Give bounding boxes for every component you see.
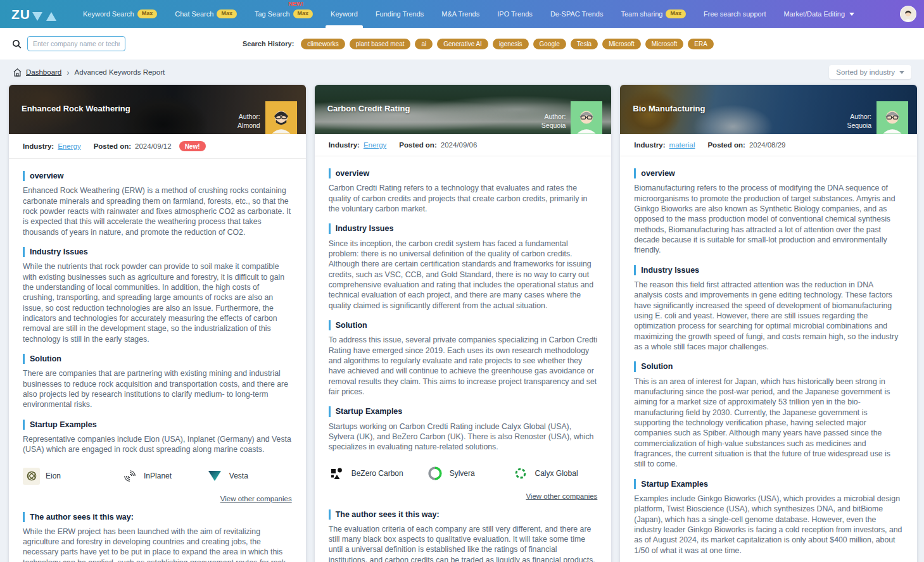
author-name: Sequoia bbox=[541, 121, 566, 130]
startup-examples-text: Examples include Ginkgo Bioworks (USA), … bbox=[634, 494, 903, 556]
search-history-label: Search History: bbox=[243, 40, 294, 47]
search-icon bbox=[11, 39, 22, 49]
industry-issues-heading: Industry Issues bbox=[634, 265, 903, 275]
user-avatar[interactable] bbox=[900, 6, 916, 22]
industry-issues-text: Since its inception, the carbon credit s… bbox=[329, 239, 598, 311]
chevron-down-icon bbox=[899, 71, 904, 74]
view-other-companies-link[interactable]: View other companies bbox=[23, 495, 292, 503]
company-name: Sylvera bbox=[450, 469, 475, 478]
nav-keyword-search[interactable]: Keyword Search Max bbox=[83, 0, 157, 28]
industry-link[interactable]: Energy bbox=[58, 142, 80, 150]
nav-label: Funding Trends bbox=[376, 10, 424, 18]
posted-date: 2024/09/06 bbox=[441, 141, 478, 149]
card-meta: Industry: Energy Posted on: 2024/09/12 N… bbox=[9, 134, 306, 159]
posted-label: Posted on: bbox=[399, 141, 436, 149]
overview-text: Enhanced Rock Weathering (ERW) is a meth… bbox=[23, 185, 292, 237]
history-tag[interactable]: igenesis bbox=[493, 39, 529, 49]
nav-team-sharing[interactable]: Team sharing Max bbox=[621, 0, 686, 28]
history-tag[interactable]: Tesla bbox=[571, 39, 598, 49]
history-tag[interactable]: climeworks bbox=[301, 39, 345, 49]
max-badge: Max bbox=[293, 9, 313, 18]
author-avatar bbox=[571, 101, 602, 134]
report-cards: Enhanced Rock Weathering Author: Almond … bbox=[0, 83, 924, 562]
zuva-logo[interactable]: ZU bbox=[11, 8, 56, 21]
logo-text: ZU bbox=[11, 8, 30, 21]
eion-logo-icon bbox=[23, 468, 40, 485]
nav-despac-trends[interactable]: De-SPAC Trends bbox=[550, 0, 604, 28]
posted-date: 2024/08/29 bbox=[749, 141, 786, 149]
vesta-logo-icon bbox=[206, 468, 224, 485]
nav-market-data-editing[interactable]: Market/Data Editing bbox=[783, 0, 854, 28]
nav-label: IPO Trends bbox=[497, 10, 533, 18]
sylvera-logo-icon bbox=[427, 465, 444, 482]
nav-label: Keyword Search bbox=[83, 10, 134, 18]
nav-ma-trends[interactable]: M&A Trends bbox=[441, 0, 479, 28]
chevron-right-icon: › bbox=[66, 68, 69, 77]
startup-examples-heading: Startup Examples bbox=[634, 479, 903, 489]
nav-chat-search[interactable]: Chat Search Max bbox=[175, 0, 237, 28]
nav-label: Chat Search bbox=[175, 10, 213, 18]
history-tag[interactable]: ERA bbox=[688, 39, 714, 49]
nav-label: Team sharing bbox=[621, 10, 662, 18]
breadcrumb: Dashboard › Advanced Keywords Report Sor… bbox=[0, 59, 924, 83]
industry-link[interactable]: material bbox=[669, 141, 695, 149]
industry-label: Industry: bbox=[634, 141, 665, 149]
overview-text: Carbon Credti Rating refers to a technol… bbox=[329, 183, 598, 214]
nav-funding-trends[interactable]: Funding Trends bbox=[376, 0, 424, 28]
logo-triangle-down-icon bbox=[32, 12, 42, 21]
card-title: Enhanced Rock Weathering bbox=[22, 104, 130, 113]
nav-tag-search[interactable]: NEW! Tag Search Max bbox=[255, 0, 313, 28]
card-carbon-credit-rating: Carbon Credit Rating Author: Sequoia Ind… bbox=[315, 85, 612, 562]
breadcrumb-dashboard-link[interactable]: Dashboard bbox=[26, 68, 61, 76]
posted-label: Posted on: bbox=[707, 141, 745, 149]
author-person-icon bbox=[267, 105, 295, 134]
author-view-text: While the ERW project has been launched … bbox=[23, 527, 292, 562]
card-author: Author: Almond bbox=[237, 112, 260, 130]
card-body: overview Enhanced Rock Weathering (ERW) … bbox=[9, 159, 306, 562]
author-label: Author: bbox=[847, 112, 871, 121]
company-name: Calyx Global bbox=[535, 469, 578, 478]
history-tag[interactable]: ai bbox=[415, 39, 433, 49]
overview-heading: overview bbox=[329, 168, 598, 178]
author-avatar bbox=[265, 101, 297, 134]
sort-by-industry-dropdown[interactable]: Sorted by industry bbox=[829, 65, 911, 79]
overview-heading: overview bbox=[23, 171, 292, 181]
search-row: Search History: climeworks plant based m… bbox=[0, 28, 924, 59]
overview-heading: overview bbox=[634, 168, 903, 178]
company-calyx-global[interactable]: Calyx Global bbox=[512, 465, 598, 482]
company-eion[interactable]: Eion bbox=[23, 468, 121, 485]
author-view-heading: The author sees it this way: bbox=[23, 512, 292, 522]
nav-label: Free search support bbox=[704, 10, 766, 18]
card-title: Bio Manufacturing bbox=[633, 104, 705, 113]
search-input[interactable] bbox=[27, 36, 125, 51]
history-tag[interactable]: plant based meat bbox=[350, 39, 411, 49]
industry-label: Industry: bbox=[329, 141, 360, 149]
card-body: overview Biomanufacturing refers to the … bbox=[620, 156, 917, 562]
person-icon bbox=[901, 8, 915, 22]
nav-ipo-trends[interactable]: IPO Trends bbox=[497, 0, 533, 28]
card-hero-image: Carbon Credit Rating Author: Sequoia bbox=[315, 85, 612, 134]
company-bezero-carbon[interactable]: BeZero Carbon bbox=[329, 465, 427, 482]
logo-triangle-up-icon bbox=[46, 12, 56, 21]
company-list: Eion InPlanet bbox=[23, 468, 292, 485]
company-sylvera[interactable]: Sylvera bbox=[427, 465, 512, 482]
nav-keyword-active[interactable]: Keyword bbox=[331, 0, 358, 28]
industry-link[interactable]: Energy bbox=[364, 141, 386, 149]
card-meta: Industry: Energy Posted on: 2024/09/06 bbox=[315, 134, 612, 156]
history-tag[interactable]: Google bbox=[533, 39, 566, 49]
nav-free-search-support[interactable]: Free search support bbox=[704, 0, 766, 28]
solution-text: To address this issue, several private c… bbox=[329, 335, 598, 397]
author-name: Almond bbox=[237, 121, 260, 130]
company-inplanet[interactable]: InPlanet bbox=[121, 468, 206, 485]
search-history: Search History: climeworks plant based m… bbox=[243, 39, 714, 49]
company-name: Vesta bbox=[229, 471, 248, 480]
history-tag[interactable]: Microsoft bbox=[645, 39, 684, 49]
card-author: Author: Sequoia bbox=[847, 112, 871, 130]
history-tag[interactable]: Microsoft bbox=[602, 39, 641, 49]
author-view-text: The evaluation criteria of each company … bbox=[329, 524, 598, 562]
view-other-companies-link[interactable]: View other companies bbox=[329, 492, 598, 500]
company-vesta[interactable]: Vesta bbox=[206, 468, 292, 485]
history-tag[interactable]: Generative AI bbox=[437, 39, 488, 49]
home-icon[interactable] bbox=[13, 68, 22, 77]
solution-text: There are companies that are partnering … bbox=[23, 368, 292, 409]
